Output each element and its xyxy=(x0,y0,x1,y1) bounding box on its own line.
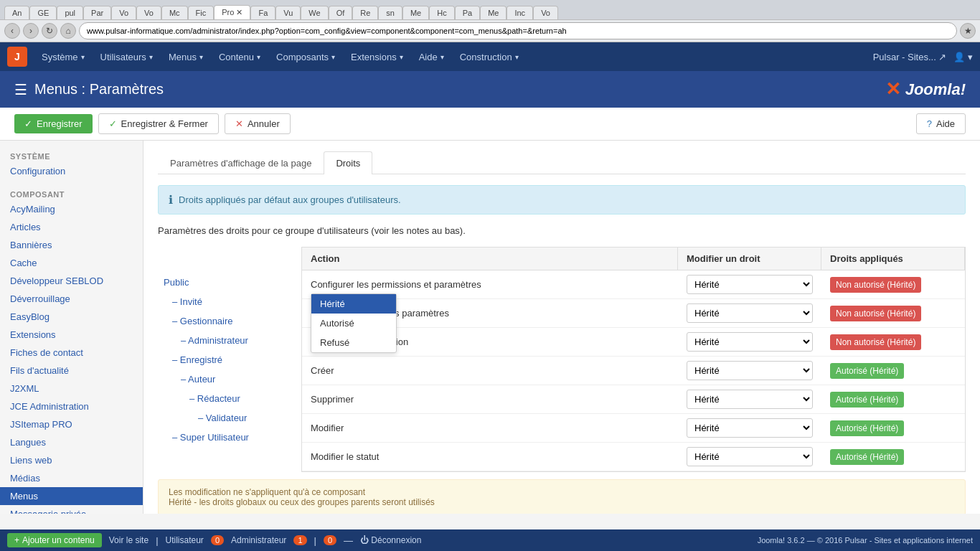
joomla-brand-text: Joomla! xyxy=(905,80,966,99)
tab-vo1[interactable]: Vo xyxy=(111,6,136,19)
select-cell-statut: Hérité Autorisé Refusé xyxy=(678,443,821,471)
tab-inc[interactable]: Inc xyxy=(507,6,533,19)
tab-parametres-affichage[interactable]: Paramètres d'affichage de la page xyxy=(158,151,324,174)
reload-button[interactable]: ↻ xyxy=(42,23,57,39)
save-label: Enregistrer xyxy=(37,118,83,129)
topbar-contenu[interactable]: Contenu ▾ xyxy=(212,47,268,67)
topbar-utilisateurs[interactable]: Utilisateurs ▾ xyxy=(93,47,160,67)
tab-of[interactable]: Of xyxy=(329,6,353,19)
tab-vo2[interactable]: Vo xyxy=(136,6,161,19)
forward-button[interactable]: › xyxy=(23,23,39,39)
topbar-composants[interactable]: Composants ▾ xyxy=(269,47,342,67)
topbar-menus[interactable]: Menus ▾ xyxy=(161,47,210,67)
tab-par[interactable]: Par xyxy=(83,6,111,19)
content-area: Paramètres d'affichage de la page Droits… xyxy=(143,141,980,514)
tab-fic[interactable]: Fic xyxy=(188,6,215,19)
help-button[interactable]: ? Aide xyxy=(916,113,966,134)
url-bar[interactable] xyxy=(79,22,957,39)
group-administrateur[interactable]: – Administrateur xyxy=(158,331,301,350)
tab-an[interactable]: An xyxy=(4,6,29,19)
cancel-label: Annuler xyxy=(248,118,280,129)
topbar-site-link[interactable]: Pulsar - Sites... ↗ xyxy=(873,52,947,62)
select-params[interactable]: Hérité Autorisé Refusé xyxy=(687,303,813,323)
sidebar-item-configuration[interactable]: Configuration xyxy=(0,162,143,180)
back-button[interactable]: ‹ xyxy=(4,23,20,39)
sidebar-item-messagerie[interactable]: Messagerie privée xyxy=(0,505,143,514)
sidebar-item-liens[interactable]: Liens web xyxy=(0,451,143,469)
select-modifier[interactable]: Hérité Autorisé Refusé xyxy=(687,418,813,438)
group-public[interactable]: Public xyxy=(158,273,301,292)
group-enregistre[interactable]: – Enregistré xyxy=(158,350,301,369)
topbar-menus-label: Menus xyxy=(169,52,197,62)
topbar-construction[interactable]: Construction ▾ xyxy=(453,47,526,67)
sidebar-item-bannieres[interactable]: Bannières xyxy=(0,236,143,254)
sidebar-item-jce[interactable]: JCE Administration xyxy=(0,397,143,415)
tab-pro[interactable]: Pro ✕ xyxy=(214,5,250,19)
bookmark-button[interactable]: ★ xyxy=(960,23,976,39)
menus-arrow-icon: ▾ xyxy=(199,53,203,61)
tab-fa[interactable]: Fa xyxy=(250,6,275,19)
group-gestionnaire[interactable]: – Gestionnaire xyxy=(158,311,301,331)
select-supprimer[interactable]: Hérité Autorisé Refusé xyxy=(687,390,813,409)
save-button[interactable]: ✓ Enregistrer xyxy=(14,114,93,133)
sidebar-item-medias[interactable]: Médias xyxy=(0,469,143,487)
sidebar-item-articles[interactable]: Articles xyxy=(0,218,143,236)
tab-me2[interactable]: Me xyxy=(480,6,507,19)
sidebar-item-deverrouillage[interactable]: Déverrouillage xyxy=(0,290,143,308)
tab-droits[interactable]: Droits xyxy=(324,151,372,174)
dropdown-item-refuse[interactable]: Refusé xyxy=(311,333,396,352)
cancel-button[interactable]: ✕ Annuler xyxy=(225,113,291,134)
sidebar-item-jsitemap[interactable]: JSItemap PRO xyxy=(0,415,143,433)
select-statut[interactable]: Hérité Autorisé Refusé xyxy=(687,447,813,466)
group-redacteur[interactable]: – Rédacteur xyxy=(158,389,301,408)
tab-sn[interactable]: sn xyxy=(378,6,402,19)
contenu-arrow-icon: ▾ xyxy=(257,53,260,61)
topbar-composants-label: Composants xyxy=(276,52,329,62)
info-box: ℹ Droits appliqués par défaut aux groupe… xyxy=(158,185,966,215)
tab-vu[interactable]: Vu xyxy=(275,6,301,19)
save-close-button[interactable]: ✓ Enregistrer & Fermer xyxy=(98,113,219,134)
sidebar-item-fiches[interactable]: Fiches de contact xyxy=(0,344,143,362)
header-droits: Droits appliqués xyxy=(821,248,965,270)
tab-hc[interactable]: Hc xyxy=(429,6,454,19)
group-invite[interactable]: – Invité xyxy=(158,292,301,311)
topbar-aide[interactable]: Aide ▾ xyxy=(412,47,451,67)
select-acces[interactable]: Hérité Autorisé Refusé xyxy=(687,332,813,352)
group-auteur[interactable]: – Auteur xyxy=(158,369,301,389)
tab-we[interactable]: We xyxy=(301,6,328,19)
select-creer[interactable]: Hérité Autorisé Refusé xyxy=(687,361,813,380)
tab-pul[interactable]: pul xyxy=(57,6,83,19)
tab-re[interactable]: Re xyxy=(352,6,378,19)
save-check-icon: ✓ xyxy=(24,118,32,129)
dropdown-item-herite[interactable]: Hérité xyxy=(311,294,396,314)
group-validateur[interactable]: – Validateur xyxy=(158,408,301,428)
topbar-extensions[interactable]: Extensions ▾ xyxy=(344,47,410,67)
action-modifier: Modifier xyxy=(302,417,678,439)
main-content: SYSTÈME Configuration COMPOSANT AcyMaili… xyxy=(0,141,980,514)
dropdown-item-autorise[interactable]: Autorisé xyxy=(311,314,396,333)
group-super-utilisateur[interactable]: – Super Utilisateur xyxy=(158,428,301,447)
sidebar-item-cache[interactable]: Cache xyxy=(0,254,143,272)
tab-vo3[interactable]: Vo xyxy=(533,6,558,19)
help-question-icon: ? xyxy=(927,118,932,129)
action-configurer: Configurer les permissions et paramètres xyxy=(302,273,678,296)
topbar-systeme[interactable]: Système ▾ xyxy=(34,47,92,67)
sidebar-item-extensions[interactable]: Extensions xyxy=(0,326,143,344)
sidebar-item-seblod[interactable]: Développeur SEBLOD xyxy=(0,272,143,290)
topbar-user-icon[interactable]: 👤 ▾ xyxy=(953,52,973,62)
notes-line2: Hérité - les droits globaux ou ceux des … xyxy=(169,497,955,507)
tab-mc[interactable]: Mc xyxy=(161,6,188,19)
sidebar-item-j2xml[interactable]: J2XML xyxy=(0,380,143,397)
status-cell-creer: Autorisé (Hérité) xyxy=(821,359,965,383)
sidebar-item-menus[interactable]: Menus xyxy=(0,487,143,505)
sidebar-item-fils[interactable]: Fils d'actualité xyxy=(0,362,143,380)
tab-ge[interactable]: GE xyxy=(29,6,57,19)
tab-me1[interactable]: Me xyxy=(402,6,429,19)
select-configurer[interactable]: Hérité Autorisé Refusé xyxy=(687,275,813,294)
tab-pa[interactable]: Pa xyxy=(455,6,480,19)
dropdown-configurer[interactable]: Hérité Autorisé Refusé xyxy=(311,293,397,353)
sidebar-item-acymailing[interactable]: AcyMailing xyxy=(0,200,143,218)
sidebar-item-easyblog[interactable]: EasyBlog xyxy=(0,308,143,326)
home-button[interactable]: ⌂ xyxy=(60,23,76,39)
sidebar-item-langues[interactable]: Langues xyxy=(0,433,143,451)
